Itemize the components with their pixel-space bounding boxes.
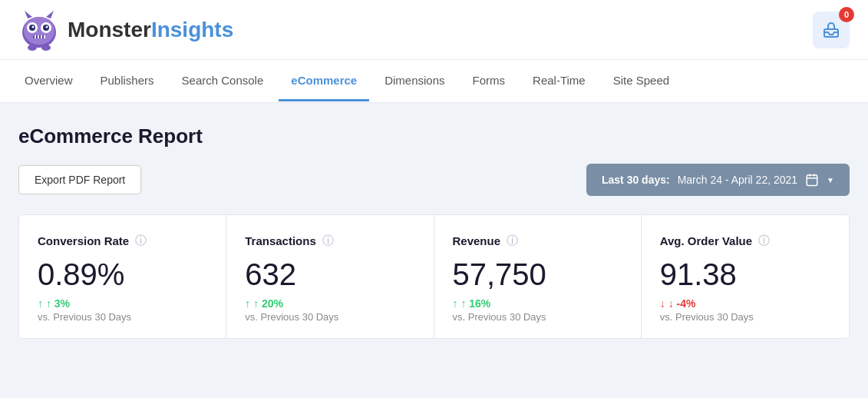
- nav-item-overview[interactable]: Overview: [12, 61, 85, 101]
- arrow-up-icon-revenue: ↑: [453, 297, 470, 310]
- stat-card-avg-order: Avg. Order Value ⓘ 91.38 ↓ -4% vs. Previ…: [642, 215, 849, 338]
- stat-card-conversion-rate: Conversion Rate ⓘ 0.89% ↑ 3% vs. Previou…: [19, 215, 226, 338]
- svg-point-6: [32, 25, 35, 28]
- stat-value-transactions: 632: [245, 257, 414, 291]
- svg-point-7: [46, 25, 48, 28]
- page-title: eCommerce Report: [18, 124, 850, 148]
- svg-point-16: [41, 45, 51, 51]
- stat-header-avg-order: Avg. Order Value ⓘ: [660, 234, 830, 248]
- date-range-button[interactable]: Last 30 days: March 24 - April 22, 2021 …: [586, 164, 850, 196]
- stat-compare-transactions: vs. Previous 30 Days: [245, 311, 414, 323]
- stat-header-revenue: Revenue ⓘ: [453, 234, 622, 248]
- arrow-up-icon-conversion: ↑: [38, 297, 54, 310]
- date-range-label: Last 30 days:: [602, 174, 670, 186]
- stat-compare-revenue: vs. Previous 30 Days: [453, 311, 622, 323]
- stat-header-transactions: Transactions ⓘ: [245, 234, 414, 248]
- stat-compare-avg-order: vs. Previous 30 Days: [660, 311, 830, 323]
- monster-logo-icon: [18, 9, 60, 51]
- stat-change-avg-order: ↓ -4%: [660, 297, 830, 310]
- nav-item-dimensions[interactable]: Dimensions: [372, 61, 457, 101]
- nav-bar: Overview Publishers Search Console eComm…: [0, 60, 868, 103]
- svg-rect-12: [38, 35, 39, 38]
- stat-title-revenue: Revenue: [453, 234, 501, 247]
- stat-card-transactions: Transactions ⓘ 632 ↑ 20% vs. Previous 30…: [226, 215, 434, 338]
- stat-title-transactions: Transactions: [245, 234, 316, 247]
- svg-point-15: [28, 45, 37, 51]
- logo-insights-text: Insights: [151, 18, 233, 41]
- main-content: eCommerce Report Export PDF Report Last …: [0, 103, 868, 357]
- notification-icon: [822, 21, 840, 39]
- svg-marker-8: [25, 11, 32, 18]
- header: MonsterInsights 0: [0, 0, 868, 60]
- stat-value-avg-order: 91.38: [660, 257, 830, 291]
- info-icon-revenue[interactable]: ⓘ: [507, 234, 518, 248]
- stat-title-avg-order: Avg. Order Value: [660, 234, 752, 247]
- svg-rect-11: [35, 35, 36, 38]
- stat-value-revenue: 57,750: [453, 257, 622, 291]
- svg-rect-14: [44, 35, 45, 38]
- stat-change-transactions: ↑ 20%: [245, 297, 414, 310]
- stat-change-revenue: ↑ 16%: [453, 297, 622, 310]
- stat-compare-conversion: vs. Previous 30 Days: [38, 311, 207, 323]
- nav-item-site-speed[interactable]: Site Speed: [601, 61, 682, 101]
- nav-item-ecommerce[interactable]: eCommerce: [279, 61, 369, 101]
- logo-monster-text: Monster: [68, 18, 151, 41]
- date-range-value: March 24 - April 22, 2021: [678, 174, 797, 186]
- export-pdf-button[interactable]: Export PDF Report: [18, 165, 141, 194]
- info-icon-avg-order[interactable]: ⓘ: [758, 234, 770, 248]
- notification-button[interactable]: 0: [813, 12, 850, 48]
- arrow-up-icon-transactions: ↑: [245, 297, 262, 310]
- toolbar: Export PDF Report Last 30 days: March 24…: [18, 164, 850, 196]
- dropdown-arrow-icon: ▼: [827, 176, 834, 184]
- nav-item-forms[interactable]: Forms: [460, 61, 518, 101]
- notification-badge: 0: [839, 7, 854, 22]
- nav-item-search-console[interactable]: Search Console: [170, 61, 276, 101]
- svg-rect-13: [41, 35, 42, 38]
- svg-rect-18: [807, 175, 817, 186]
- nav-item-realtime[interactable]: Real-Time: [520, 61, 598, 101]
- calendar-icon: [805, 173, 819, 187]
- logo-area: MonsterInsights: [18, 9, 233, 51]
- info-icon-transactions[interactable]: ⓘ: [322, 234, 334, 248]
- stat-header-conversion: Conversion Rate ⓘ: [38, 234, 207, 248]
- logo-text: MonsterInsights: [68, 18, 233, 42]
- stat-value-conversion: 0.89%: [38, 257, 207, 291]
- stat-card-revenue: Revenue ⓘ 57,750 ↑ 16% vs. Previous 30 D…: [434, 215, 642, 338]
- svg-marker-9: [46, 11, 54, 18]
- stat-change-conversion: ↑ 3%: [38, 297, 207, 310]
- info-icon-conversion[interactable]: ⓘ: [135, 234, 147, 248]
- stats-grid: Conversion Rate ⓘ 0.89% ↑ 3% vs. Previou…: [18, 214, 850, 339]
- stat-title-conversion: Conversion Rate: [38, 234, 129, 247]
- arrow-down-icon-avg-order: ↓: [660, 297, 677, 310]
- nav-item-publishers[interactable]: Publishers: [88, 61, 167, 101]
